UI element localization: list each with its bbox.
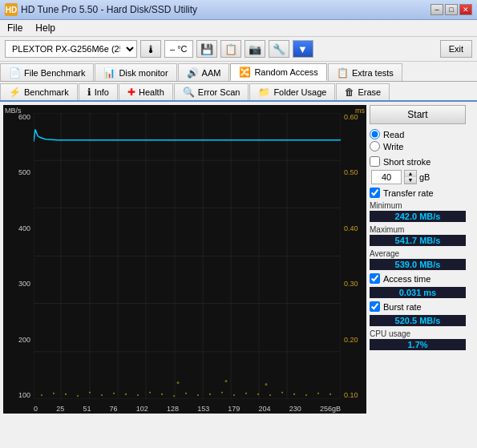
start-button[interactable]: Start: [370, 105, 466, 124]
window-title: HD Tune Pro 5.50 - Hard Disk/SSD Utility: [21, 4, 197, 15]
svg-point-29: [173, 395, 175, 397]
menu-file[interactable]: File: [5, 22, 25, 34]
temp-display: – °C: [164, 40, 193, 58]
access-time-checkbox[interactable]: [370, 273, 380, 284]
title-bar: HD HD Tune Pro 5.50 - Hard Disk/SSD Util…: [0, 0, 477, 20]
svg-point-33: [221, 392, 223, 394]
svg-point-25: [125, 394, 127, 395]
spinner-down[interactable]: ▼: [405, 177, 416, 184]
title-bar-left: HD HD Tune Pro 5.50 - Hard Disk/SSD Util…: [5, 3, 197, 16]
maximum-stat: Maximum 541.7 MB/s: [370, 225, 466, 246]
close-button[interactable]: ✕: [459, 4, 472, 15]
minimum-stat: Minimum 242.0 MB/s: [370, 201, 466, 222]
y-axis-left: 600 500 400 300 200 100: [4, 113, 33, 399]
drive-select[interactable]: PLEXTOR PX-G256M6e (256 gB): [5, 40, 137, 58]
average-stat: Average 539.0 MB/s: [370, 249, 466, 270]
toolbar: PLEXTOR PX-G256M6e (256 gB) 🌡 – °C 💾 📋 📷…: [0, 37, 477, 62]
health-icon: ✚: [127, 87, 135, 98]
tab-random-access[interactable]: 🔀 Random Access: [230, 63, 326, 81]
tab-aam[interactable]: 🔊 AAM: [178, 63, 230, 81]
svg-point-43: [177, 381, 180, 384]
exit-button[interactable]: Exit: [440, 40, 472, 58]
read-radio[interactable]: [370, 129, 380, 139]
svg-point-30: [185, 393, 187, 394]
svg-point-36: [257, 394, 259, 395]
svg-point-41: [317, 393, 319, 394]
tab-disk-monitor[interactable]: 📊 Disk monitor: [95, 63, 176, 81]
svg-point-44: [225, 380, 228, 382]
burst-rate-checkbox[interactable]: [370, 301, 380, 312]
access-time-value: 0.031 ms: [370, 287, 466, 298]
svg-point-45: [265, 383, 268, 385]
write-radio-label[interactable]: Write: [370, 141, 466, 151]
svg-point-24: [113, 393, 115, 394]
maximize-button[interactable]: □: [445, 4, 458, 15]
file-benchmark-icon: 📄: [9, 67, 21, 79]
tab-erase[interactable]: 🗑 Erase: [336, 83, 390, 100]
tabs-row2: ⚡ Benchmark ℹ Info ✚ Health 🔍 Error Scan…: [0, 82, 477, 102]
tab-error-scan[interactable]: 🔍 Error Scan: [174, 83, 249, 100]
benchmark-icon: ⚡: [9, 87, 21, 98]
folder-usage-icon: 📁: [258, 87, 270, 98]
transfer-rate-checkbox-row: Transfer rate: [370, 188, 466, 198]
burst-rate-checkbox-row: Burst rate: [370, 301, 466, 312]
tab-extra-tests[interactable]: 📋 Extra tests: [328, 63, 402, 81]
tab-benchmark[interactable]: ⚡ Benchmark: [0, 83, 78, 100]
svg-point-34: [233, 394, 235, 396]
svg-point-22: [89, 392, 91, 394]
x-axis: 0 25 51 76 102 128 153 179 204 230 256gB: [34, 405, 341, 413]
info-icon: ℹ: [87, 87, 91, 98]
spinner-up[interactable]: ▲: [405, 171, 416, 177]
svg-point-20: [65, 394, 67, 395]
read-radio-label[interactable]: Read: [370, 129, 466, 139]
y-axis-right: 0.60 0.50 0.40 0.30 0.20 0.10: [342, 113, 366, 399]
tab-health[interactable]: ✚ Health: [119, 83, 173, 100]
svg-point-18: [41, 394, 42, 396]
minimize-button[interactable]: –: [431, 4, 443, 15]
error-scan-icon: 🔍: [183, 87, 195, 98]
toolbar-btn-5[interactable]: ▼: [293, 40, 313, 58]
transfer-rate-checkbox[interactable]: [370, 188, 380, 198]
short-stroke-row: ▲ ▼ gB: [370, 170, 466, 184]
svg-point-35: [245, 393, 247, 394]
svg-point-42: [329, 394, 331, 395]
tab-file-benchmark[interactable]: 📄 File Benchmark: [0, 63, 94, 81]
toolbar-btn-2[interactable]: 📋: [220, 40, 241, 58]
erase-icon: 🗑: [345, 87, 354, 98]
aam-icon: 🔊: [187, 67, 199, 79]
rw-radio-group: Read Write: [370, 127, 466, 153]
toolbar-btn-3[interactable]: 📷: [245, 40, 265, 58]
toolbar-btn-1[interactable]: 💾: [196, 40, 217, 58]
svg-point-32: [209, 394, 211, 395]
menu-help[interactable]: Help: [33, 22, 58, 34]
window-controls[interactable]: – □ ✕: [431, 4, 472, 15]
toolbar-btn-thermometer[interactable]: 🌡: [140, 40, 161, 58]
burst-rate-value: 520.5 MB/s: [370, 315, 466, 326]
extra-tests-icon: 📋: [337, 67, 349, 79]
access-time-checkbox-row: Access time: [370, 273, 466, 284]
disk-monitor-icon: 📊: [103, 67, 115, 79]
svg-point-26: [137, 394, 139, 396]
tab-info[interactable]: ℹ Info: [79, 83, 118, 100]
svg-point-39: [293, 394, 295, 395]
svg-point-27: [149, 392, 151, 394]
app-icon: HD: [5, 3, 18, 16]
svg-point-37: [269, 394, 271, 396]
short-stroke-input[interactable]: [371, 170, 402, 184]
tabs-row1: 📄 File Benchmark 📊 Disk monitor 🔊 AAM 🔀 …: [0, 62, 477, 82]
toolbar-btn-4[interactable]: 🔧: [269, 40, 289, 58]
menu-bar: File Help: [0, 20, 477, 37]
svg-point-21: [77, 395, 79, 397]
random-access-icon: 🔀: [239, 67, 251, 78]
tab-folder-usage[interactable]: 📁 Folder Usage: [249, 83, 335, 100]
short-stroke-checkbox-row: Short stroke: [370, 156, 466, 167]
short-stroke-checkbox[interactable]: [370, 156, 380, 167]
svg-point-31: [197, 394, 199, 396]
main-content: MB/s ms 600 500 400 300 200 100 0.60 0.5…: [0, 102, 477, 414]
write-radio[interactable]: [370, 141, 380, 151]
svg-point-23: [101, 394, 103, 396]
short-stroke-spinner[interactable]: ▲ ▼: [404, 170, 417, 184]
chart-svg: [34, 113, 341, 399]
svg-point-40: [305, 394, 307, 396]
chart-container: MB/s ms 600 500 400 300 200 100 0.60 0.5…: [3, 105, 366, 414]
